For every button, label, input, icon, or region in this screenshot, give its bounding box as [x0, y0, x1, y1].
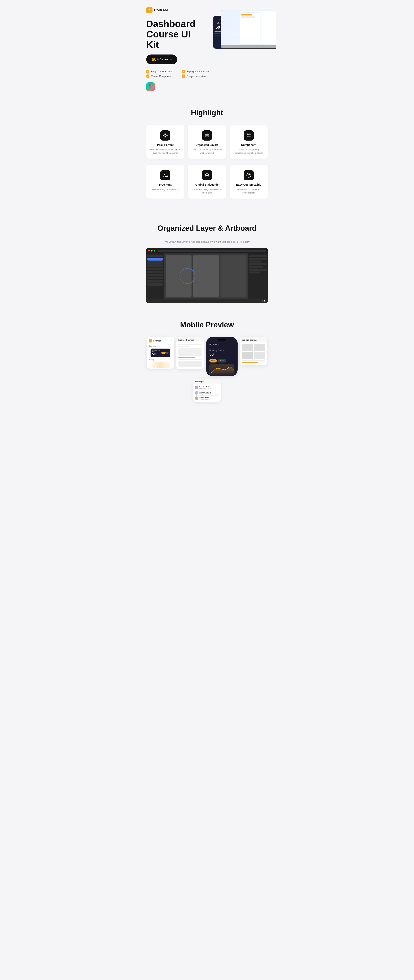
- running-count-number: 50: [209, 352, 214, 356]
- right-panel-item: [249, 255, 267, 257]
- artboard-topbar: [146, 248, 268, 253]
- right-panel-item: [249, 272, 260, 274]
- running-count-label: Running Count: [209, 349, 224, 352]
- feature-item-2: Reuse Component: [146, 75, 177, 78]
- right-panel-item: [249, 261, 261, 262]
- message-item-1: Chance Vetrovs See you tomorrow!: [195, 390, 219, 396]
- activity-graph-center: [209, 364, 234, 376]
- message-text-2: Alena Gouse Thanks for that.: [199, 396, 219, 400]
- message-header: Message: [193, 379, 221, 384]
- highlight-card-organized-layers: Organized Layers The file is named, grou…: [188, 125, 226, 159]
- message-name-0: Brandon Botosh: [199, 386, 219, 388]
- course-thumb-3: [242, 352, 253, 359]
- message-text-0: Brandon Botosh Hey, how are you?: [199, 386, 219, 389]
- mobile-nav-items: Overview Running Cour 50 50 Activity: [146, 344, 174, 369]
- message-preview-2: Thanks for that.: [199, 398, 219, 400]
- card-desc-component: There are supporting components to make …: [233, 148, 264, 154]
- artboard-body: [146, 253, 268, 299]
- mini-close-icon: ✕: [170, 339, 172, 342]
- explore-line: [178, 359, 202, 360]
- avatar-1: [195, 391, 198, 395]
- svg-rect-3: [247, 134, 248, 135]
- sidebar-item: [147, 280, 163, 283]
- right-panel-item: [249, 263, 267, 265]
- card-title-organized-layers: Organized Layers: [191, 143, 223, 146]
- highlight-title: Highlight: [146, 108, 268, 117]
- hero-section: Coursea Dashboard Course UI Kit 60+ Scre…: [139, 0, 275, 97]
- message-name-1: Chance Vetrovs: [199, 391, 219, 393]
- mobile-screen-explore-2: Explore Courses: [240, 337, 268, 366]
- highlight-section: Highlight Pixel Perfect Distance and mea…: [139, 97, 275, 216]
- highlight-grid-row1: Pixel Perfect Distance and measure using…: [146, 125, 268, 159]
- feature-label-0: Fully Customizable: [151, 70, 172, 73]
- message-text-1: Chance Vetrovs See you tomorrow!: [199, 391, 219, 395]
- card-title-component: Component: [233, 143, 264, 146]
- mobile-nav-item-1: Activity: [148, 358, 172, 361]
- canvas-frame-2: [193, 255, 219, 297]
- mobile-preview-row: Coursea ✕ Overview Running Cour 50 50 Ac…: [142, 337, 272, 402]
- artboard-right-panel: [248, 253, 268, 299]
- feature-label-2: Reuse Component: [151, 75, 172, 78]
- running-progress: [161, 352, 169, 354]
- highlight-grid-row2: Aa Free Font Free amazing Urbanist Font …: [146, 165, 268, 199]
- artboard-desc: We Organized Layer & Artboard because we…: [144, 240, 270, 243]
- artboard-preview: [146, 248, 268, 303]
- mobile-preview-title: Mobile Preview: [142, 321, 272, 329]
- center-greeting: Hi, Pristia: [206, 343, 237, 348]
- sidebar-item: [147, 264, 163, 267]
- canvas-frame-3: [221, 255, 246, 297]
- progress-pill-2: [166, 352, 169, 354]
- svg-rect-5: [247, 136, 248, 137]
- phone-notch: [218, 339, 226, 340]
- artboard-sidebar: [146, 253, 164, 299]
- explore-header-2: Explore Courses: [240, 337, 268, 342]
- svg-text:Aa: Aa: [164, 173, 168, 177]
- explore-body-1: [177, 342, 204, 369]
- message-list: Brandon Botosh Hey, how are you? Chance …: [193, 384, 221, 402]
- avatar-2: [195, 396, 198, 400]
- svg-point-1: [149, 10, 150, 11]
- course-thumb-4: [254, 352, 266, 359]
- check-icon-1: [182, 70, 185, 73]
- card-title-styleguide: Global Styleguide: [191, 183, 223, 186]
- running-courses-box: Running Cour 50 50: [151, 348, 170, 357]
- free-font-icon: Aa: [160, 170, 170, 180]
- hero-devices: Hi, Pristia 50: [213, 4, 275, 78]
- component-icon: [244, 130, 254, 140]
- progress-pill-1: [161, 352, 166, 354]
- feature-label-3: Responsive View: [186, 75, 206, 78]
- mobile-screen-explore-1: Explore Courses: [177, 337, 204, 369]
- highlight-card-styleguide: Global Styleguide Consistent design with…: [188, 165, 226, 199]
- styleguide-icon: [202, 170, 212, 180]
- sidebar-item: [147, 274, 163, 276]
- card-desc-organized-layers: The file is named, grouped and well orga…: [191, 148, 223, 154]
- course-thumbnails: [242, 344, 266, 359]
- topbar-close-dot: [148, 250, 150, 251]
- message-item-0: Brandon Botosh Hey, how are you?: [195, 385, 219, 390]
- mini-logo-icon: [148, 339, 152, 342]
- svg-rect-6: [249, 136, 251, 137]
- mini-logo-text: Coursea: [153, 340, 161, 342]
- badge-100: 100%: [218, 359, 226, 363]
- feature-label-1: Styleguide Included: [186, 70, 209, 73]
- highlight-card-pixel-perfect: Pixel Perfect Distance and measure using…: [146, 125, 185, 159]
- badge-label: Screens: [160, 57, 172, 61]
- artboard-title: Organized Layer & Artboard: [144, 224, 270, 232]
- explore-image-placeholder: [178, 348, 202, 356]
- sidebar-item: [147, 283, 163, 286]
- feature-item-3: Responsive View: [182, 75, 213, 78]
- running-number: 50: [152, 353, 161, 356]
- card-desc-pixel-perfect: Distance and measure using an even multi…: [150, 148, 181, 154]
- right-panel-item: [249, 269, 267, 271]
- course-thumb-1: [242, 344, 253, 351]
- message-preview-0: Hey, how are you?: [199, 388, 219, 389]
- page-dot: [262, 300, 263, 302]
- check-icon-2: [146, 75, 150, 78]
- explore2-line-accent: [242, 362, 258, 363]
- card-title-free-font: Free Font: [150, 183, 181, 186]
- artboard-section: Organized Layer & Artboard We Organized …: [139, 216, 275, 311]
- topbar-url-bar: [158, 250, 266, 252]
- topbar-max-dot: [154, 250, 155, 251]
- explore-header-1: Explore Courses: [177, 337, 204, 342]
- center-running-label: Running Count 50: [206, 348, 237, 359]
